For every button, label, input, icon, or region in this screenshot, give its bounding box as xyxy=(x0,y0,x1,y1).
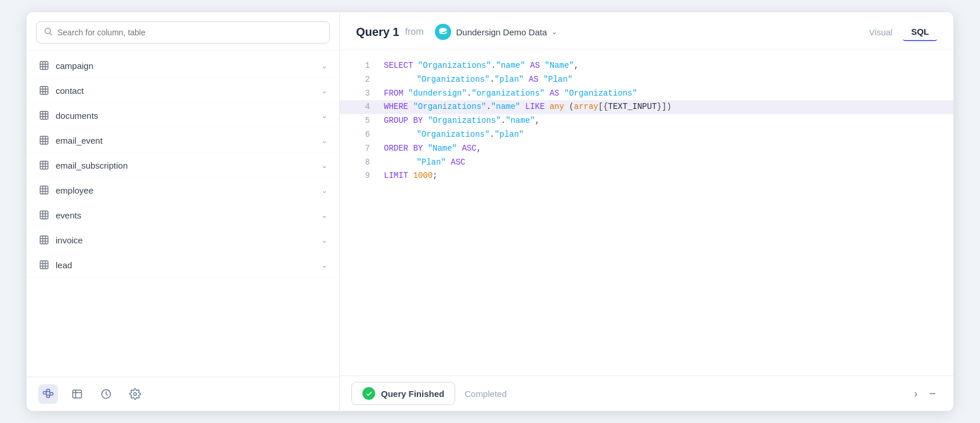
search-container xyxy=(27,12,339,51)
query-header: Query 1 from Dundersign Demo Data ⌄ Visu… xyxy=(340,12,953,50)
app-container: campaign ⌄ contact xyxy=(26,12,954,411)
db-name: Dundersign Demo Data xyxy=(456,27,547,37)
db-logo-icon xyxy=(435,24,451,40)
svg-line-1 xyxy=(50,33,52,35)
svg-line-51 xyxy=(46,391,47,393)
table-name-events: events xyxy=(56,210,81,220)
check-circle-icon xyxy=(362,387,375,400)
from-label: from xyxy=(405,27,423,37)
table-grid-icon xyxy=(38,134,50,146)
search-input[interactable] xyxy=(57,28,322,37)
code-line-3: 3 FROM "dundersign"."organizations" AS "… xyxy=(340,87,953,101)
svg-rect-32 xyxy=(40,211,48,219)
chevron-down-icon: ⌄ xyxy=(321,261,328,269)
svg-rect-55 xyxy=(73,390,82,398)
status-bar: Query Finished Completed › − xyxy=(340,375,953,411)
code-line-8: 8 "Plan" ASC xyxy=(340,156,953,170)
code-line-1: 1 SELECT "Organizations"."name" AS "Name… xyxy=(340,59,953,73)
svg-line-54 xyxy=(50,394,50,396)
chevron-down-icon: ⌄ xyxy=(321,111,328,120)
svg-rect-42 xyxy=(40,261,48,269)
code-line-2: 2 "Organizations"."plan" AS "Plan" xyxy=(340,73,953,87)
svg-rect-47 xyxy=(43,392,46,394)
table-item-lead[interactable]: lead ⌄ xyxy=(27,253,339,278)
completed-status: Completed xyxy=(464,389,908,399)
table-name-email-event: email_event xyxy=(56,136,103,145)
tab-sql[interactable]: SQL xyxy=(903,23,937,41)
svg-rect-37 xyxy=(40,236,48,244)
code-line-9: 9 LIMIT 1000; xyxy=(340,169,953,183)
main-panel: Query 1 from Dundersign Demo Data ⌄ Visu… xyxy=(340,12,953,411)
chevron-down-icon: ⌄ xyxy=(321,236,328,245)
table-name-contact: contact xyxy=(56,86,84,96)
table-item-documents[interactable]: documents ⌄ xyxy=(27,103,339,128)
table-item-invoice[interactable]: invoice ⌄ xyxy=(27,228,339,253)
table-list: campaign ⌄ contact xyxy=(27,51,339,377)
svg-rect-22 xyxy=(40,161,48,169)
sidebar: campaign ⌄ contact xyxy=(27,12,340,411)
minimize-button[interactable]: − xyxy=(923,385,942,403)
table-item-contact[interactable]: contact ⌄ xyxy=(27,78,339,103)
chevron-down-icon: ⌄ xyxy=(321,211,328,220)
chevron-down-icon: ⌄ xyxy=(321,86,328,95)
query-title-section: Query 1 from Dundersign Demo Data ⌄ xyxy=(356,21,563,42)
code-line-5: 5 GROUP BY "Organizations"."name", xyxy=(340,114,953,128)
db-dropdown-chevron-icon: ⌄ xyxy=(551,28,557,36)
next-arrow-icon[interactable]: › xyxy=(908,385,923,402)
settings-button[interactable] xyxy=(125,384,145,404)
svg-rect-12 xyxy=(40,111,48,119)
svg-rect-50 xyxy=(50,393,53,395)
svg-rect-27 xyxy=(40,186,48,194)
search-box xyxy=(36,21,330,43)
table-grid-icon xyxy=(38,110,50,121)
table-grid-icon xyxy=(38,209,50,221)
table-name-documents: documents xyxy=(56,111,98,121)
svg-line-53 xyxy=(50,391,50,393)
svg-point-59 xyxy=(134,393,137,396)
history-button[interactable] xyxy=(96,384,116,404)
svg-line-52 xyxy=(46,393,47,396)
table-item-email-subscription[interactable]: email_subscription ⌄ xyxy=(27,153,339,178)
code-line-7: 7 ORDER BY "Name" ASC, xyxy=(340,142,953,156)
query-title: Query 1 xyxy=(356,25,399,39)
svg-rect-49 xyxy=(47,395,50,398)
code-editor[interactable]: 1 SELECT "Organizations"."name" AS "Name… xyxy=(340,50,953,375)
table-item-campaign[interactable]: campaign ⌄ xyxy=(27,53,339,78)
query-finished-label: Query Finished xyxy=(381,389,444,399)
tab-visual[interactable]: Visual xyxy=(861,24,901,41)
query-finished-button[interactable]: Query Finished xyxy=(351,382,455,405)
table-grid-icon xyxy=(38,159,50,171)
code-line-4: 4 WHERE "Organizations"."name" LIKE any … xyxy=(340,100,953,114)
svg-rect-48 xyxy=(47,389,50,392)
svg-rect-7 xyxy=(40,86,48,94)
chevron-down-icon: ⌄ xyxy=(321,161,328,170)
table-grid-icon xyxy=(38,259,50,271)
table-grid-icon xyxy=(38,60,50,71)
table-name-email-subscription: email_subscription xyxy=(56,161,128,170)
svg-rect-17 xyxy=(40,136,48,144)
table-item-email-event[interactable]: email_event ⌄ xyxy=(27,128,339,153)
table-name-campaign: campaign xyxy=(56,61,93,71)
search-icon xyxy=(43,27,53,38)
view-tabs: Visual SQL xyxy=(861,23,937,41)
table-grid-icon xyxy=(38,234,50,246)
db-badge[interactable]: Dundersign Demo Data ⌄ xyxy=(429,21,563,42)
table-name-lead: lead xyxy=(56,260,72,270)
code-line-6: 6 "Organizations"."plan" xyxy=(340,128,953,142)
table-grid-icon xyxy=(38,184,50,196)
svg-rect-2 xyxy=(40,61,48,70)
table-grid-icon xyxy=(38,85,50,96)
table-name-invoice: invoice xyxy=(56,235,83,245)
table-name-employee: employee xyxy=(56,185,93,195)
chevron-down-icon: ⌄ xyxy=(321,61,328,70)
table-item-events[interactable]: events ⌄ xyxy=(27,203,339,228)
sidebar-footer xyxy=(27,377,339,411)
chevron-down-icon: ⌄ xyxy=(321,186,328,195)
svg-point-0 xyxy=(45,28,50,34)
diagram-button[interactable] xyxy=(38,384,58,404)
chevron-down-icon: ⌄ xyxy=(321,136,328,145)
table-item-employee[interactable]: employee ⌄ xyxy=(27,178,339,203)
table-view-button[interactable] xyxy=(67,384,87,404)
